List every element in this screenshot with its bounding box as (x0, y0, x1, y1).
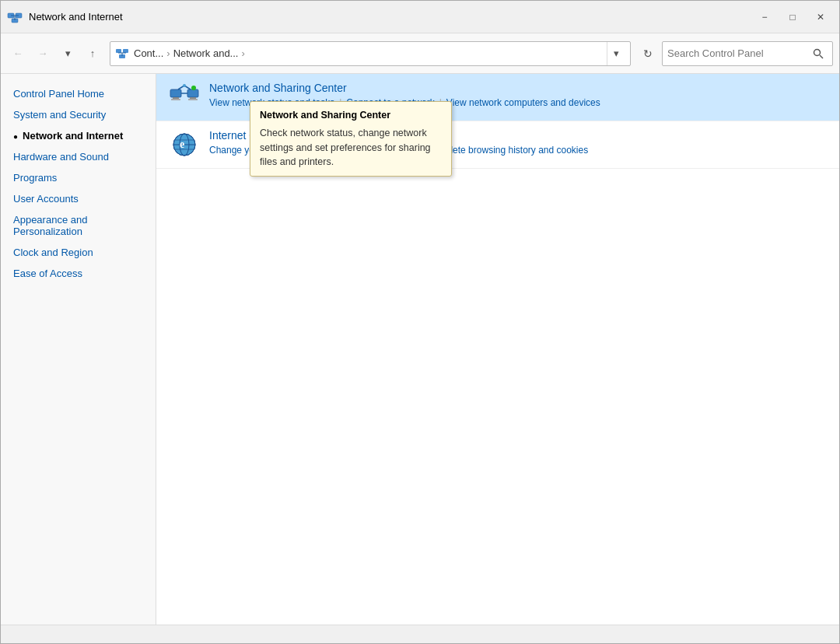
sidebar-item-control-panel-home[interactable]: Control Panel Home (1, 83, 156, 104)
sidebar-item-label: Hardware and Sound (13, 151, 109, 163)
svg-rect-13 (170, 89, 181, 97)
tooltip: Network and Sharing Center Check network… (250, 101, 452, 177)
address-dropdown-button[interactable]: ▾ (607, 42, 625, 65)
svg-rect-17 (190, 97, 196, 99)
view-network-computers-link[interactable]: View network computers and devices (446, 97, 600, 108)
sidebar: Control Panel Home System and Security ●… (1, 74, 156, 625)
sidebar-item-clock-and-region[interactable]: Clock and Region (1, 242, 156, 263)
address-bar[interactable]: Cont... › Network and... › ▾ (110, 41, 631, 66)
sidebar-item-hardware-and-sound[interactable]: Hardware and Sound (1, 146, 156, 167)
nav-bar: ← → ▾ ↑ Cont... › Netwo (1, 33, 839, 74)
svg-text:e: e (180, 138, 184, 150)
search-button[interactable] (809, 44, 828, 63)
svg-line-12 (820, 55, 823, 58)
svg-point-20 (183, 84, 186, 87)
search-icon (813, 48, 824, 59)
dropdown-button[interactable]: ▾ (57, 43, 79, 65)
sidebar-item-programs[interactable]: Programs (1, 167, 156, 188)
main-panel: Network and Sharing Center View network … (156, 74, 839, 625)
title-bar: Network and Internet − □ ✕ (1, 1, 839, 33)
delete-browsing-history-link[interactable]: Delete browsing history and cookies (439, 145, 588, 156)
sidebar-item-label: Appearance andPersonalization (13, 214, 87, 237)
search-bar[interactable] (662, 41, 833, 66)
sidebar-item-label: Network and Internet (23, 130, 123, 142)
window: Network and Internet − □ ✕ ← → ▾ ↑ (0, 0, 840, 644)
network-sharing-icon (169, 82, 200, 113)
svg-point-11 (814, 49, 821, 55)
window-title: Network and Internet (29, 11, 752, 23)
forward-button[interactable]: → (32, 43, 54, 65)
svg-rect-7 (123, 49, 128, 53)
minimize-button[interactable]: − (752, 6, 777, 28)
svg-rect-18 (188, 99, 198, 100)
status-bar (1, 625, 839, 643)
svg-rect-6 (116, 49, 121, 53)
refresh-button[interactable]: ↻ (637, 43, 659, 65)
category-network-sharing: Network and Sharing Center View network … (156, 74, 839, 121)
sidebar-item-system-and-security[interactable]: System and Security (1, 104, 156, 125)
svg-rect-16 (187, 89, 198, 97)
address-bar-icon (115, 47, 129, 61)
svg-rect-15 (171, 99, 180, 100)
sidebar-item-label: Clock and Region (13, 247, 93, 258)
sidebar-item-label: Ease of Access (13, 268, 82, 279)
search-input[interactable] (667, 47, 809, 59)
network-sharing-title[interactable]: Network and Sharing Center (209, 82, 347, 94)
address-breadcrumb: Cont... › Network and... › (134, 47, 604, 59)
tooltip-title: Network and Sharing Center (260, 108, 442, 123)
sidebar-item-label: System and Security (13, 109, 106, 121)
svg-rect-14 (173, 97, 179, 99)
back-button[interactable]: ← (7, 43, 29, 65)
sidebar-item-label: Control Panel Home (13, 88, 104, 100)
svg-point-21 (191, 86, 196, 90)
tooltip-body: Check network status, change network set… (260, 126, 442, 170)
up-button[interactable]: ↑ (82, 43, 103, 65)
sidebar-item-network-and-internet[interactable]: ● Network and Internet (1, 125, 156, 146)
active-bullet: ● (13, 132, 18, 141)
sidebar-item-ease-of-access[interactable]: Ease of Access (1, 263, 156, 284)
internet-options-icon: e (169, 129, 200, 160)
sidebar-item-label: Programs (13, 172, 57, 184)
sidebar-item-user-accounts[interactable]: User Accounts (1, 188, 156, 209)
sidebar-item-label: User Accounts (13, 193, 79, 205)
sidebar-item-appearance[interactable]: Appearance andPersonalization (1, 209, 156, 242)
content-area: Control Panel Home System and Security ●… (1, 74, 839, 625)
maximize-button[interactable]: □ (780, 6, 805, 28)
window-controls: − □ ✕ (752, 6, 833, 28)
close-button[interactable]: ✕ (808, 6, 833, 28)
window-icon (7, 9, 23, 25)
